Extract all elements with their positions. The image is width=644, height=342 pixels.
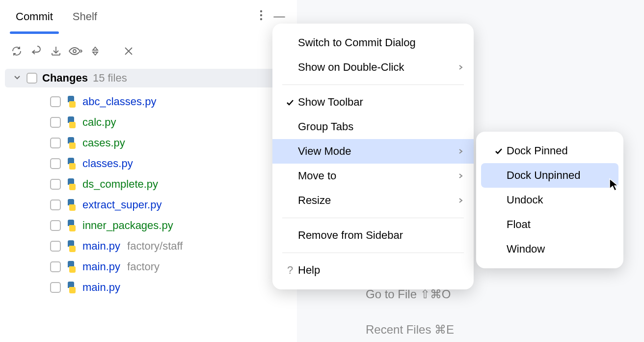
- file-checkbox[interactable]: [50, 179, 61, 190]
- svg-point-2: [260, 18, 262, 20]
- view-mode-submenu: Dock Pinned Dock Unpinned Undock Float W…: [476, 132, 623, 268]
- refresh-icon[interactable]: [8, 42, 26, 60]
- menu-label: Move to: [298, 170, 457, 182]
- file-row[interactable]: main.pyfactory/staff: [0, 236, 297, 256]
- menu-view-mode[interactable]: View Mode: [272, 139, 474, 164]
- submenu-dock-pinned[interactable]: Dock Pinned: [481, 139, 618, 163]
- go-to-file-hint[interactable]: Go to File ⇧⌘O: [366, 287, 454, 301]
- file-row[interactable]: extract_super.py: [0, 195, 297, 215]
- file-name: calc.py: [82, 116, 116, 129]
- group-icon[interactable]: [120, 42, 137, 60]
- file-checkbox[interactable]: [50, 282, 61, 293]
- minimize-icon[interactable]: [273, 16, 285, 18]
- file-name: classes.py: [82, 157, 133, 170]
- python-file-icon: [66, 220, 78, 231]
- menu-label: Resize: [298, 194, 457, 207]
- file-row[interactable]: abc_classes.py: [0, 91, 297, 112]
- submenu-label: Window: [507, 243, 609, 256]
- python-file-icon: [66, 282, 78, 293]
- file-row[interactable]: main.pyfactory: [0, 256, 297, 277]
- menu-group-tabs[interactable]: Group Tabs: [272, 114, 474, 139]
- chevron-right-icon: [457, 145, 464, 158]
- commit-panel: Commit Shelf: [0, 0, 297, 342]
- file-row[interactable]: cases.py: [0, 133, 297, 153]
- svg-point-3: [73, 50, 76, 53]
- file-name: extract_super.py: [82, 199, 161, 211]
- changes-checkbox[interactable]: [27, 73, 37, 84]
- check-icon: [491, 146, 507, 155]
- file-row[interactable]: ds_complete.py: [0, 174, 297, 195]
- changelist-icon[interactable]: [86, 42, 104, 60]
- recent-files-hint[interactable]: Recent Files ⌘E: [366, 323, 454, 337]
- svg-point-1: [260, 14, 262, 16]
- menu-label: Help: [298, 264, 464, 277]
- tab-commit[interactable]: Commit: [6, 0, 63, 33]
- submenu-label: Dock Pinned: [507, 144, 609, 157]
- submenu-float[interactable]: Float: [481, 212, 618, 237]
- file-name: main.py: [82, 260, 120, 273]
- menu-label: Switch to Commit Dialog: [298, 36, 464, 49]
- file-row[interactable]: classes.py: [0, 153, 297, 174]
- menu-switch-commit-dialog[interactable]: Switch to Commit Dialog: [272, 30, 474, 55]
- menu-show-toolbar[interactable]: Show Toolbar: [272, 90, 474, 114]
- menu-separator: [282, 218, 464, 218]
- shelve-icon[interactable]: [47, 42, 65, 60]
- python-file-icon: [66, 96, 78, 108]
- file-name: cases.py: [82, 137, 125, 149]
- submenu-label: Dock Unpinned: [507, 169, 609, 182]
- chevron-down-icon[interactable]: [13, 72, 22, 85]
- chevron-right-icon: [457, 170, 464, 182]
- file-row[interactable]: inner_packages.py: [0, 215, 297, 236]
- tab-shelf[interactable]: Shelf: [63, 0, 107, 33]
- more-options-icon[interactable]: [257, 6, 266, 27]
- python-file-icon: [66, 116, 78, 128]
- file-checkbox[interactable]: [50, 158, 61, 169]
- submenu-dock-unpinned[interactable]: Dock Unpinned: [481, 163, 618, 188]
- file-path: factory: [127, 260, 160, 273]
- python-file-icon: [66, 261, 78, 273]
- menu-remove-sidebar[interactable]: Remove from Sidebar: [272, 223, 474, 248]
- svg-point-0: [260, 10, 262, 12]
- commit-toolbar: [0, 33, 297, 69]
- menu-label: Remove from Sidebar: [298, 229, 464, 242]
- python-file-icon: [66, 240, 78, 252]
- file-name: main.py: [82, 240, 120, 253]
- file-checkbox[interactable]: [50, 241, 61, 252]
- changes-count: 15 files: [93, 72, 127, 85]
- chevron-right-icon: [457, 61, 464, 74]
- submenu-label: Undock: [507, 194, 609, 206]
- python-file-icon: [66, 158, 78, 170]
- file-name: abc_classes.py: [82, 95, 156, 108]
- menu-help[interactable]: ? Help: [272, 258, 474, 283]
- menu-label: View Mode: [298, 145, 457, 158]
- file-checkbox[interactable]: [50, 138, 61, 148]
- menu-label: Group Tabs: [298, 120, 464, 133]
- file-row[interactable]: calc.py: [0, 112, 297, 133]
- menu-resize[interactable]: Resize: [272, 188, 474, 213]
- menu-separator: [282, 253, 464, 253]
- changes-label: Changes: [42, 72, 88, 85]
- python-file-icon: [66, 178, 78, 190]
- menu-label: Show Toolbar: [298, 96, 464, 109]
- file-name: main.py: [82, 281, 120, 294]
- file-checkbox[interactable]: [50, 220, 61, 231]
- changes-header[interactable]: Changes 15 files: [5, 69, 292, 87]
- file-row[interactable]: main.py: [0, 277, 297, 298]
- menu-separator: [282, 85, 464, 85]
- chevron-right-icon: [457, 194, 464, 207]
- file-checkbox[interactable]: [50, 117, 61, 128]
- file-name: ds_complete.py: [82, 178, 158, 191]
- menu-move-to[interactable]: Move to: [272, 164, 474, 188]
- rollback-icon[interactable]: [27, 42, 45, 60]
- submenu-label: Float: [507, 218, 609, 231]
- diff-preview-icon[interactable]: [67, 42, 84, 60]
- menu-show-double-click[interactable]: Show on Double-Click: [272, 55, 474, 80]
- file-checkbox[interactable]: [50, 261, 61, 272]
- file-checkbox[interactable]: [50, 96, 61, 107]
- python-file-icon: [66, 137, 78, 149]
- navigation-hints: Go to File ⇧⌘O Recent Files ⌘E: [366, 287, 454, 342]
- file-checkbox[interactable]: [50, 200, 61, 210]
- submenu-undock[interactable]: Undock: [481, 188, 618, 212]
- file-path: factory/staff: [127, 240, 183, 253]
- submenu-window[interactable]: Window: [481, 237, 618, 261]
